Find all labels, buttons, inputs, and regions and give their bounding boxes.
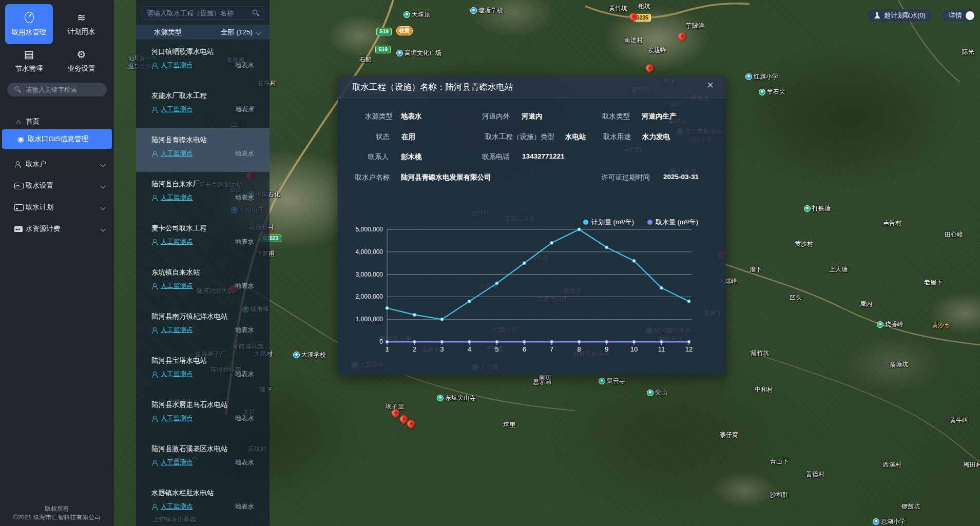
monitor-type: 人工监测点 [161, 193, 193, 202]
water-source-type: 地表水 [235, 458, 255, 467]
facility-list-item[interactable]: 陆河县自来水厂人工监测点地表水 [136, 172, 270, 216]
map-label-text: 粗坑 [638, 2, 650, 11]
facility-list-item[interactable]: 东坑镇自来水站人工监测点地表水 [136, 260, 270, 304]
facility-list-item[interactable]: 水唇镇水栏肚水电站人工监测点地表水 [136, 481, 270, 525]
map-label: 东坑尖山寺 [437, 394, 476, 402]
close-icon[interactable]: × [707, 80, 714, 91]
map-label: 黄沙乡 [932, 321, 950, 330]
monitor-type: 人工监测点 [161, 149, 193, 158]
svg-text:6: 6 [523, 345, 526, 353]
field-contact-value: 彭木桃 [401, 152, 422, 162]
field-source-type-value: 地表水 [401, 112, 422, 121]
map-label: 老屋下 [924, 278, 943, 287]
facility-list-item[interactable]: 河口镇唱歌潭水电站人工监测点地表水 [136, 40, 270, 84]
map-label-text: 红旗小学 [754, 72, 778, 81]
map-label-text: 吉告村 [883, 219, 901, 227]
sidebar-item-5[interactable]: 取水计划 [0, 200, 114, 215]
svg-text:0: 0 [379, 338, 383, 345]
map-label-text: 思湖小学 [881, 517, 906, 526]
svg-text:4,000,000: 4,000,000 [356, 248, 383, 256]
map-label: 大溪学校 [293, 350, 326, 359]
legend-item-2[interactable]: 取水量 (m³/年) [647, 218, 698, 227]
legend-dot-icon [647, 220, 652, 225]
water-source-type: 地表水 [235, 282, 255, 290]
map-label-text: 天珠顶 [412, 10, 430, 19]
poi-icon-green [599, 378, 605, 384]
facility-list-item[interactable]: 陆河县水唇走马石水电站人工监测点地表水 [136, 393, 270, 437]
sidebar-item-2[interactable]: ◉取水口GIS信息管理 [2, 129, 112, 149]
monitor-type: 人工监测点 [161, 61, 193, 70]
chevron-down-icon[interactable] [101, 184, 106, 189]
facility-name: 陆河县水唇走马石水电站 [151, 400, 228, 410]
svg-text:1: 1 [385, 345, 389, 353]
map-label: 羊石尖 [759, 88, 785, 96]
map-label-text: 中和村 [755, 385, 773, 394]
nav-tile-4[interactable]: ⚙业务设置 [57, 46, 105, 76]
map-label: 聚云寺 [599, 377, 625, 385]
chevron-down-icon[interactable] [101, 227, 106, 232]
chevron-down-icon[interactable] [101, 162, 106, 167]
nav-tile-label: 节水管理 [15, 64, 43, 73]
person-icon [151, 416, 158, 422]
sidebar-item-label: 水资源计费 [26, 224, 61, 233]
facility-name: 友能水厂取水工程 [151, 91, 207, 101]
facility-list-item[interactable]: 麦卡公司取水工程人工监测点地表水 [136, 216, 270, 260]
facility-list-item[interactable]: 友能水厂取水工程人工监测点地表水 [136, 84, 270, 128]
facility-list-item[interactable]: 陆河县南万镇杞洋水电站人工监测点地表水 [136, 304, 270, 348]
nav-tile-2[interactable]: ≋计划用水 [57, 4, 105, 44]
map-label-text: 高塘文化广场 [405, 49, 441, 57]
facility-list-item[interactable]: 陆河县青磜水电站人工监测点地表水 [136, 128, 270, 172]
facility-detail-modal: 取水工程（设施）名称：陆河县青磜水电站 × 水源类型 地表水 河道内外 河道内 … [338, 76, 726, 375]
map-label-text: 田心嶂 [945, 230, 963, 239]
svg-text:12: 12 [685, 345, 693, 353]
over-plan-intake-label: 超计划取水(0) [884, 11, 926, 20]
svg-text:10: 10 [630, 345, 638, 353]
keyword-search-input[interactable] [7, 83, 107, 96]
sidebar-item-6[interactable]: 水资源计费 [0, 221, 114, 237]
map-label: 锣鼓坑 [901, 502, 920, 511]
road-badge: S19 [375, 46, 391, 53]
poi-icon-green [437, 395, 444, 401]
map-label: 芋陂洋 [686, 22, 704, 30]
search-icon [14, 86, 21, 93]
facility-name: 陆河县南万镇杞洋水电站 [151, 312, 228, 321]
over-plan-intake-button[interactable]: 超计划取水(0) [868, 9, 932, 22]
field-contact-label: 联系人 [348, 152, 389, 162]
sidebar-item-1[interactable]: ⌂首页 [0, 114, 114, 129]
facility-meta-row: 人工监测点地表水 [151, 105, 254, 114]
road-badge: S19 [376, 28, 392, 35]
poi-icon-blue [293, 352, 300, 358]
facility-list-item[interactable]: 陆河县宝塔水电站人工监测点地表水 [136, 348, 270, 393]
legend-label: 计划量 (m³/年) [591, 218, 634, 227]
poi-icon-blue [470, 7, 477, 14]
facility-list-item[interactable]: 陆河县激石溪老区水电站人工监测点地表水 [136, 437, 270, 481]
notebook-icon: ▤ [24, 49, 34, 60]
legend-item-1[interactable]: 计划量 (m³/年) [583, 218, 634, 227]
facility-search-input[interactable] [141, 6, 264, 20]
map-label-text: 箭竹坑 [751, 349, 769, 358]
nav-tile-1[interactable]: 取用水管理 [5, 4, 53, 44]
svg-text:4: 4 [468, 345, 471, 353]
nav-tile-3[interactable]: ▤节水管理 [5, 46, 53, 76]
search-icon[interactable] [253, 10, 259, 16]
sidebar-item-3[interactable]: 取水户 [0, 157, 114, 172]
map-label: 尖山 [647, 388, 667, 397]
detail-toggle[interactable]: 详情 [943, 9, 976, 22]
sidebar-item-4[interactable]: 取水设置 [0, 178, 114, 193]
source-type-filter[interactable]: 水源类型 全部 (125) [136, 25, 270, 40]
map-label-text: 庵内 [860, 300, 872, 308]
chevron-down-icon[interactable] [256, 30, 261, 35]
filter-value[interactable]: 全部 (125) [221, 28, 253, 37]
field-license-expire-value: 2025-03-31 [663, 173, 699, 181]
map-label-text: 寨仔窝 [720, 431, 738, 439]
chevron-down-icon[interactable] [101, 205, 106, 210]
map-label: 吉告村 [883, 219, 901, 227]
sidebar-item-label: 取水户 [26, 160, 47, 169]
toggle-knob[interactable] [966, 11, 974, 20]
map-label: 庵内 [860, 300, 872, 308]
map-label: 粗坑 [638, 2, 650, 11]
person-icon [151, 239, 158, 245]
facility-meta-row: 人工监测点地表水 [151, 458, 254, 467]
person-icon [151, 151, 158, 157]
facility-name: 陆河县激石溪老区水电站 [151, 444, 228, 454]
